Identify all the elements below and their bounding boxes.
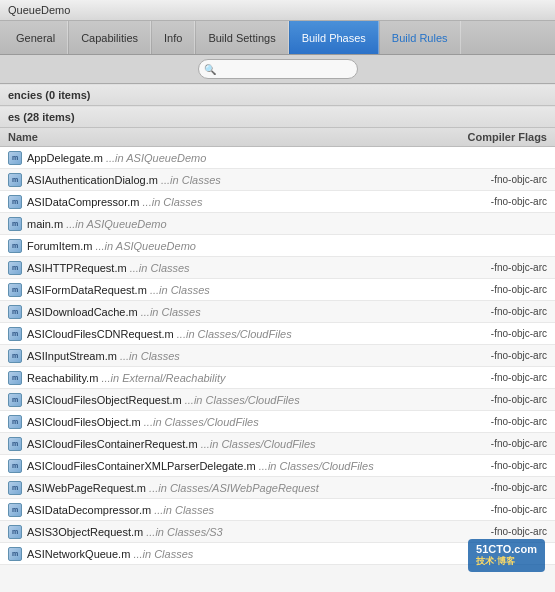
search-input[interactable]: [198, 59, 358, 79]
file-name: ASIDataDecompressor.m ...in Classes: [27, 504, 483, 516]
file-icon: m: [8, 173, 22, 187]
search-icon: 🔍: [204, 64, 216, 75]
tab-build-settings[interactable]: Build Settings: [195, 21, 288, 54]
table-row[interactable]: mReachability.m ...in External/Reachabil…: [0, 367, 555, 389]
compiler-flag: -fno-objc-arc: [491, 196, 547, 207]
file-icon: m: [8, 481, 22, 495]
table-row[interactable]: mASIAuthenticationDialog.m ...in Classes…: [0, 169, 555, 191]
table-row[interactable]: mASIDataCompressor.m ...in Classes-fno-o…: [0, 191, 555, 213]
content-area: encies (0 items) es (28 items) Name Comp…: [0, 84, 555, 592]
table-row[interactable]: mAppDelegate.m ...in ASIQueueDemo: [0, 147, 555, 169]
compiler-flag: -fno-objc-arc: [491, 416, 547, 427]
file-icon: m: [8, 415, 22, 429]
column-header-row: Name Compiler Flags: [0, 128, 555, 147]
compiler-flag: -fno-objc-arc: [491, 284, 547, 295]
compiler-flag: -fno-objc-arc: [491, 460, 547, 471]
table-row[interactable]: mASIDownloadCache.m ...in Classes-fno-ob…: [0, 301, 555, 323]
file-icon: m: [8, 217, 22, 231]
table-row[interactable]: mASICloudFilesCDNRequest.m ...in Classes…: [0, 323, 555, 345]
table-row[interactable]: mASIInputStream.m ...in Classes-fno-objc…: [0, 345, 555, 367]
table-row[interactable]: mmain.m ...in ASIQueueDemo: [0, 213, 555, 235]
file-name: ASICloudFilesObjectRequest.m ...in Class…: [27, 394, 483, 406]
compiler-flag: -fno-objc-arc: [491, 350, 547, 361]
file-icon: m: [8, 393, 22, 407]
table-row[interactable]: mForumItem.m ...in ASIQueueDemo: [0, 235, 555, 257]
compiler-flag: -fno-objc-arc: [491, 438, 547, 449]
file-icon: m: [8, 547, 22, 561]
file-name: ASIInputStream.m ...in Classes: [27, 350, 483, 362]
file-icon: m: [8, 327, 22, 341]
file-name: ASIDownloadCache.m ...in Classes: [27, 306, 483, 318]
compiler-flag: -fno-objc-arc: [491, 328, 547, 339]
file-icon: m: [8, 503, 22, 517]
table-row[interactable]: mASIS3ObjectRequest.m ...in Classes/S3-f…: [0, 521, 555, 543]
file-name: ASICloudFilesCDNRequest.m ...in Classes/…: [27, 328, 483, 340]
tab-build-rules[interactable]: Build Rules: [379, 21, 461, 54]
table-row[interactable]: mASICloudFilesContainerXMLParserDelegate…: [0, 455, 555, 477]
file-icon: m: [8, 195, 22, 209]
dependencies-section-header: encies (0 items): [0, 84, 555, 106]
flags-column-header: Compiler Flags: [468, 131, 547, 143]
tab-build-phases[interactable]: Build Phases: [289, 21, 379, 54]
compiler-flag: -fno-objc-arc: [491, 504, 547, 515]
file-name: ForumItem.m ...in ASIQueueDemo: [27, 240, 539, 252]
file-icon: m: [8, 261, 22, 275]
compiler-flag: -fno-objc-arc: [491, 306, 547, 317]
table-row[interactable]: mASICloudFilesObject.m ...in Classes/Clo…: [0, 411, 555, 433]
compiler-flag: -fno-objc-arc: [491, 262, 547, 273]
file-name: ASIWebPageRequest.m ...in Classes/ASIWeb…: [27, 482, 483, 494]
window-title: QueueDemo: [8, 4, 70, 16]
file-name: ASIDataCompressor.m ...in Classes: [27, 196, 483, 208]
file-icon: m: [8, 349, 22, 363]
file-name: ASIS3ObjectRequest.m ...in Classes/S3: [27, 526, 483, 538]
title-bar: QueueDemo: [0, 0, 555, 21]
table-row[interactable]: mASINetworkQueue.m ...in Classes: [0, 543, 555, 565]
file-name: ASIAuthenticationDialog.m ...in Classes: [27, 174, 483, 186]
tab-info[interactable]: Info: [151, 21, 195, 54]
file-icon: m: [8, 151, 22, 165]
tab-capabilities[interactable]: Capabilities: [68, 21, 151, 54]
file-name: AppDelegate.m ...in ASIQueueDemo: [27, 152, 539, 164]
compiler-flag: -fno-objc-arc: [491, 482, 547, 493]
file-name: ASIFormDataRequest.m ...in Classes: [27, 284, 483, 296]
sources-section-header: es (28 items): [0, 106, 555, 128]
file-icon: m: [8, 283, 22, 297]
table-row[interactable]: mASICloudFilesContainerRequest.m ...in C…: [0, 433, 555, 455]
file-name: ASICloudFilesContainerXMLParserDelegate.…: [27, 460, 483, 472]
file-name: ASICloudFilesObject.m ...in Classes/Clou…: [27, 416, 483, 428]
file-icon: m: [8, 437, 22, 451]
tab-bar: General Capabilities Info Build Settings…: [0, 21, 555, 55]
tab-general[interactable]: General: [4, 21, 68, 54]
file-icon: m: [8, 525, 22, 539]
compiler-flag: -fno-objc-arc: [491, 372, 547, 383]
file-name: ASIHTTPRequest.m ...in Classes: [27, 262, 483, 274]
table-row[interactable]: mASICloudFilesObjectRequest.m ...in Clas…: [0, 389, 555, 411]
table-row[interactable]: mASIWebPageRequest.m ...in Classes/ASIWe…: [0, 477, 555, 499]
file-name: ASINetworkQueue.m ...in Classes: [27, 548, 539, 560]
compiler-flag: -fno-objc-arc: [491, 526, 547, 537]
name-column-header: Name: [8, 131, 38, 143]
file-name: Reachability.m ...in External/Reachabili…: [27, 372, 483, 384]
file-icon: m: [8, 371, 22, 385]
file-icon: m: [8, 239, 22, 253]
file-icon: m: [8, 305, 22, 319]
table-row[interactable]: mASIDataDecompressor.m ...in Classes-fno…: [0, 499, 555, 521]
search-bar: 🔍: [0, 55, 555, 84]
search-wrap: 🔍: [198, 59, 358, 79]
file-name: main.m ...in ASIQueueDemo: [27, 218, 539, 230]
table-row[interactable]: mASIFormDataRequest.m ...in Classes-fno-…: [0, 279, 555, 301]
compiler-flag: -fno-objc-arc: [491, 394, 547, 405]
file-list: mAppDelegate.m ...in ASIQueueDemomASIAut…: [0, 147, 555, 565]
file-icon: m: [8, 459, 22, 473]
table-row[interactable]: mASIHTTPRequest.m ...in Classes-fno-objc…: [0, 257, 555, 279]
file-name: ASICloudFilesContainerRequest.m ...in Cl…: [27, 438, 483, 450]
compiler-flag: -fno-objc-arc: [491, 174, 547, 185]
